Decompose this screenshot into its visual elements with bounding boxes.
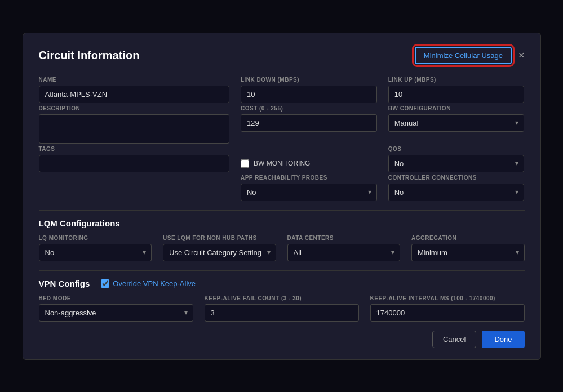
circuit-information-dialog: Circuit Information Minimize Cellular Us…	[23, 33, 541, 360]
data-centers-group: DATA CENTERS All	[287, 235, 401, 261]
cost-label: COST (0 - 255)	[241, 105, 377, 112]
dialog-footer: Cancel Done	[39, 331, 525, 348]
keepalive-interval-label: KEEP-ALIVE INTERVAL MS (100 - 1740000)	[370, 295, 525, 301]
cancel-button[interactable]: Cancel	[432, 331, 476, 348]
description-input[interactable]	[39, 114, 229, 144]
name-label: NAME	[39, 77, 229, 83]
data-centers-select-wrapper: All	[287, 244, 401, 261]
app-reachability-group: APP REACHABILITY PROBES No	[241, 175, 377, 201]
link-down-input[interactable]	[241, 86, 377, 103]
row4-grid: APP REACHABILITY PROBES No CONTROLLER CO…	[39, 175, 525, 201]
vpn-header: VPN Configs Override VPN Keep-Alive	[39, 279, 525, 288]
bw-config-label: BW CONFIGURATION	[388, 105, 525, 112]
override-vpn-label: Override VPN Keep-Alive	[113, 279, 196, 288]
cost-group: COST (0 - 255)	[241, 105, 377, 144]
qos-select-wrapper: No	[388, 155, 525, 172]
minimize-cellular-usage-button[interactable]: Minimize Cellular Usage	[415, 47, 512, 64]
controller-connections-select[interactable]: No	[388, 184, 525, 201]
controller-connections-label: CONTROLLER CONNECTIONS	[388, 175, 525, 181]
link-down-label: LINK DOWN (Mbps)	[241, 77, 377, 83]
row2-grid: DESCRIPTION COST (0 - 255) BW CONFIGURAT…	[39, 105, 525, 144]
use-lqm-label: USE LQM FOR NON HUB PATHS	[163, 235, 276, 241]
link-up-input[interactable]	[388, 86, 525, 103]
aggregation-select-wrapper: Minimum	[411, 244, 525, 261]
lq-monitoring-select[interactable]: No	[39, 244, 152, 261]
bfd-mode-select[interactable]: Non-aggressive	[39, 304, 193, 322]
vpn-section-label: VPN Configs	[39, 279, 90, 288]
override-vpn-checkbox[interactable]	[101, 279, 109, 288]
keepalive-fail-label: KEEP-ALIVE FAIL COUNT (3 - 30)	[205, 295, 359, 301]
lq-monitoring-label: LQ MONITORING	[39, 235, 152, 241]
use-lqm-group: USE LQM FOR NON HUB PATHS Use Circuit Ca…	[163, 235, 276, 261]
link-up-label: LINK UP (Mbps)	[388, 77, 525, 83]
controller-connections-select-wrapper: No	[388, 184, 525, 201]
bfd-mode-select-wrapper: Non-aggressive	[39, 304, 193, 322]
lq-monitoring-group: LQ MONITORING No	[39, 235, 152, 261]
keepalive-interval-input[interactable]	[370, 304, 525, 322]
data-centers-select[interactable]: All	[287, 244, 401, 261]
lqm-grid: LQ MONITORING No USE LQM FOR NON HUB PAT…	[39, 235, 525, 261]
qos-group: QOS No	[388, 146, 525, 172]
bw-monitoring-group: x BW MONITORING	[241, 146, 377, 172]
qos-label: QOS	[388, 146, 525, 152]
dialog-title: Circuit Information	[39, 49, 140, 62]
vpn-grid: BFD MODE Non-aggressive KEEP-ALIVE FAIL …	[39, 295, 525, 322]
lq-monitoring-select-wrapper: No	[39, 244, 152, 261]
link-down-group: LINK DOWN (Mbps)	[241, 77, 377, 103]
description-group: DESCRIPTION	[39, 105, 229, 144]
aggregation-label: AGGREGATION	[411, 235, 525, 241]
bw-config-group: BW CONFIGURATION Manual	[388, 105, 525, 144]
name-group: NAME	[39, 77, 229, 103]
tags-label: TAGS	[39, 146, 229, 152]
qos-select[interactable]: No	[388, 155, 525, 172]
row3-grid: TAGS x BW MONITORING QOS No	[39, 146, 525, 172]
bw-config-select[interactable]: Manual	[388, 114, 525, 132]
header-right: Minimize Cellular Usage ×	[415, 47, 525, 64]
override-vpn-group: Override VPN Keep-Alive	[101, 279, 196, 288]
bw-monitoring-checkbox[interactable]	[241, 159, 249, 168]
done-button[interactable]: Done	[482, 331, 524, 348]
keepalive-interval-group: KEEP-ALIVE INTERVAL MS (100 - 1740000)	[370, 295, 525, 322]
bw-monitoring-checkbox-label: BW MONITORING	[254, 159, 310, 167]
keepalive-fail-input[interactable]	[205, 304, 359, 322]
app-reachability-select-wrapper: No	[241, 184, 377, 201]
cost-input[interactable]	[241, 114, 377, 132]
description-label: DESCRIPTION	[39, 105, 229, 112]
keepalive-fail-group: KEEP-ALIVE FAIL COUNT (3 - 30)	[205, 295, 359, 322]
aggregation-select[interactable]: Minimum	[411, 244, 525, 261]
dialog-header: Circuit Information Minimize Cellular Us…	[39, 47, 525, 64]
bfd-mode-label: BFD MODE	[39, 295, 193, 301]
controller-connections-group: CONTROLLER CONNECTIONS No	[388, 175, 525, 201]
lqm-section-label: LQM Configurations	[39, 219, 525, 228]
tags-group: TAGS	[39, 146, 229, 172]
link-up-group: LINK UP (Mbps)	[388, 77, 525, 103]
use-lqm-select-wrapper: Use Circuit Category Setting	[163, 244, 276, 261]
vpn-divider	[39, 270, 525, 271]
bw-monitoring-checkbox-group: BW MONITORING	[241, 155, 377, 172]
data-centers-label: DATA CENTERS	[287, 235, 401, 241]
row1-grid: NAME LINK DOWN (Mbps) LINK UP (Mbps)	[39, 77, 525, 103]
bfd-mode-group: BFD MODE Non-aggressive	[39, 295, 193, 322]
app-reachability-label: APP REACHABILITY PROBES	[241, 175, 377, 181]
bw-config-select-wrapper: Manual	[388, 114, 525, 132]
aggregation-group: AGGREGATION Minimum	[411, 235, 525, 261]
tags-input[interactable]	[39, 155, 229, 172]
lqm-divider	[39, 210, 525, 211]
close-button[interactable]: ×	[518, 50, 525, 60]
use-lqm-select[interactable]: Use Circuit Category Setting	[163, 244, 276, 261]
app-reachability-select[interactable]: No	[241, 184, 377, 201]
name-input[interactable]	[39, 86, 229, 103]
